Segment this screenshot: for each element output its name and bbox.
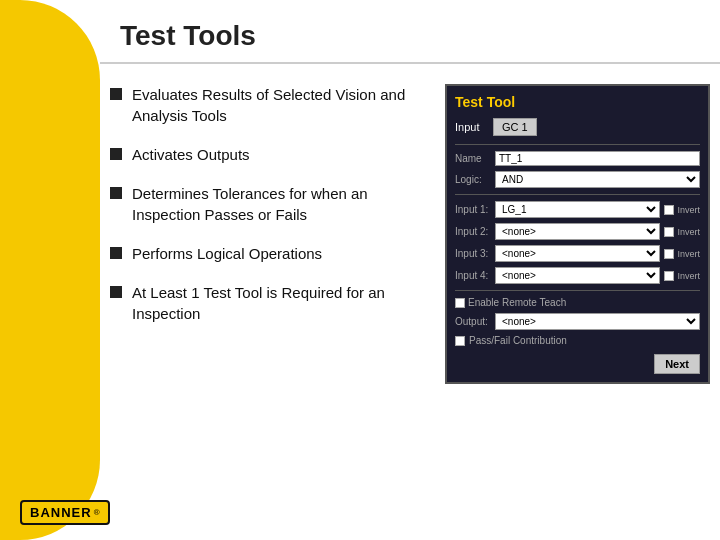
input1-select[interactable]: LG_1 <none> <box>495 201 660 218</box>
bullet-icon <box>110 286 122 298</box>
bullet-text-5: At Least 1 Test Tool is Required for an … <box>132 282 435 324</box>
invert2-checkbox[interactable] <box>664 227 674 237</box>
input2-label: Input 2: <box>455 226 495 237</box>
invert3-label: Invert <box>677 249 700 259</box>
enable-remote-checkbox[interactable] <box>455 298 465 308</box>
content-area: Test Tools Evaluates Results of Selected… <box>100 0 720 540</box>
banner-text: BANNER <box>30 505 92 520</box>
list-item: Determines Tolerances for when an Inspec… <box>110 183 435 225</box>
invert2-label: Invert <box>677 227 700 237</box>
banner-logo: BANNER ® <box>20 500 110 525</box>
output-select[interactable]: <none> <box>495 313 700 330</box>
bullet-list: Evaluates Results of Selected Vision and… <box>110 84 445 384</box>
output-row: Output: <none> <box>455 313 700 330</box>
input4-select[interactable]: <none> <box>495 267 660 284</box>
bullet-icon <box>110 187 122 199</box>
list-item: At Least 1 Test Tool is Required for an … <box>110 282 435 324</box>
input-label: Input <box>455 121 493 133</box>
input3-label: Input 3: <box>455 248 495 259</box>
output-label: Output: <box>455 316 495 327</box>
input3-with-checkbox: <none> Invert <box>495 245 700 262</box>
main-content: Evaluates Results of Selected Vision and… <box>100 74 720 384</box>
bullet-icon <box>110 88 122 100</box>
name-label: Name <box>455 153 495 164</box>
invert3-checkbox[interactable] <box>664 249 674 259</box>
logic-field-row: Logic: AND OR NOT <box>455 171 700 188</box>
bullet-text-4: Performs Logical Operations <box>132 243 322 264</box>
input2-row: Input 2: <none> Invert <box>455 223 700 240</box>
list-item: Performs Logical Operations <box>110 243 435 264</box>
left-arc-decoration <box>0 0 100 540</box>
next-button-container: Next <box>455 354 700 374</box>
input2-select[interactable]: <none> <box>495 223 660 240</box>
bullet-text-3: Determines Tolerances for when an Inspec… <box>132 183 435 225</box>
list-item: Evaluates Results of Selected Vision and… <box>110 84 435 126</box>
panel-divider-3 <box>455 290 700 291</box>
bullet-icon <box>110 247 122 259</box>
input1-row: Input 1: LG_1 <none> Invert <box>455 201 700 218</box>
invert1-checkbox[interactable] <box>664 205 674 215</box>
panel-input-row: Input GC 1 <box>455 118 700 136</box>
enable-remote-row: Enable Remote Teach <box>455 297 700 308</box>
logic-label: Logic: <box>455 174 495 185</box>
input1-label: Input 1: <box>455 204 495 215</box>
input4-with-checkbox: <none> Invert <box>495 267 700 284</box>
input4-row: Input 4: <none> Invert <box>455 267 700 284</box>
bullet-icon <box>110 148 122 160</box>
logic-select[interactable]: AND OR NOT <box>495 171 700 188</box>
enable-remote-label: Enable Remote Teach <box>468 297 566 308</box>
next-button[interactable]: Next <box>654 354 700 374</box>
banner-registered: ® <box>94 508 100 517</box>
invert4-checkbox[interactable] <box>664 271 674 281</box>
title-bar: Test Tools <box>100 0 720 64</box>
test-tool-panel: Test Tool Input GC 1 Name Logic: AND OR … <box>445 84 710 384</box>
input2-with-checkbox: <none> Invert <box>495 223 700 240</box>
name-field-row: Name <box>455 151 700 166</box>
input4-label: Input 4: <box>455 270 495 281</box>
panel-title: Test Tool <box>455 94 700 110</box>
invert1-label: Invert <box>677 205 700 215</box>
invert4-label: Invert <box>677 271 700 281</box>
name-input[interactable] <box>495 151 700 166</box>
pass-fail-checkbox[interactable] <box>455 336 465 346</box>
page-title: Test Tools <box>120 20 700 52</box>
pass-fail-label: Pass/Fail Contribution <box>469 335 567 346</box>
input-tab[interactable]: GC 1 <box>493 118 537 136</box>
panel-divider-2 <box>455 194 700 195</box>
list-item: Activates Outputs <box>110 144 435 165</box>
bullet-text-2: Activates Outputs <box>132 144 250 165</box>
input3-select[interactable]: <none> <box>495 245 660 262</box>
pass-fail-row: Pass/Fail Contribution <box>455 335 700 346</box>
input1-with-checkbox: LG_1 <none> Invert <box>495 201 700 218</box>
input3-row: Input 3: <none> Invert <box>455 245 700 262</box>
banner-logo-box: BANNER ® <box>20 500 110 525</box>
bullet-text-1: Evaluates Results of Selected Vision and… <box>132 84 435 126</box>
panel-divider <box>455 144 700 145</box>
